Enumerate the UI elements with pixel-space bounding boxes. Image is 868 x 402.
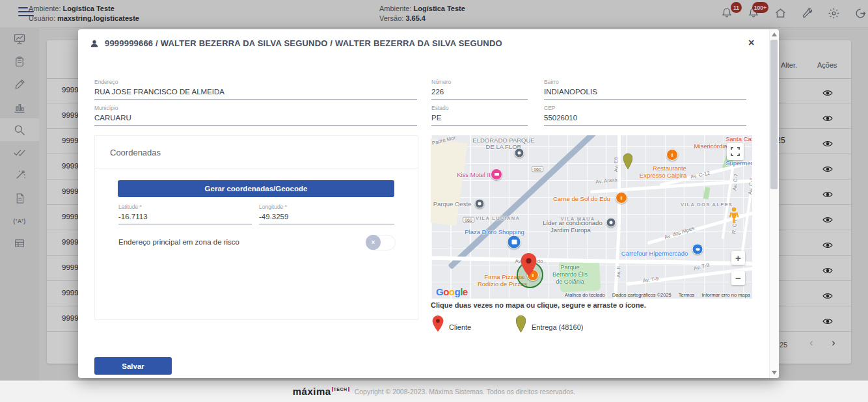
map-label: Líder ar condicionado <box>543 219 602 226</box>
attribution-link[interactable]: Dados cartográficos ©2025 <box>612 292 671 298</box>
estado-value[interactable]: PE <box>431 114 528 126</box>
pegman-street-view-icon[interactable] <box>729 207 739 224</box>
zoom-in-button[interactable]: + <box>731 251 745 265</box>
map-label: de Goiânia <box>556 278 584 285</box>
map-label: Av. C-12 <box>690 170 711 180</box>
legend-delivery-pin-icon <box>516 314 526 334</box>
map-green-patch <box>703 187 710 199</box>
longitude-field[interactable]: Longitude * -49.3259 <box>259 204 394 224</box>
municipio-field[interactable]: Município CARUARU <box>94 105 417 126</box>
map-label: Jardim Europa <box>550 226 591 234</box>
map-label: VILA LUCIANA <box>476 215 520 221</box>
map-label: Parque Oeste <box>433 200 472 208</box>
rest-poi-icon[interactable] <box>666 149 678 161</box>
attribution-link[interactable]: Atalhos do teclado <box>565 292 605 298</box>
application-window: Ambiente: Logística Teste Usuário: maxst… <box>0 0 868 402</box>
cep-field[interactable]: CEP 55026010 <box>544 105 746 126</box>
coordinates-heading: Coordenadas <box>110 148 161 157</box>
client-address-modal: 9999999666 / WALTER BEZERRA DA SILVA SEG… <box>78 29 779 378</box>
endereco-label: Endereço <box>94 79 417 85</box>
map-label: Carrefour Hipermercado <box>621 250 688 257</box>
estado-field[interactable]: Estado PE <box>431 105 528 126</box>
endereco-field[interactable]: Endereço RUA JOSE FRANCISCO DE ALMEIDA <box>94 79 417 100</box>
latitude-field[interactable]: Latitude * -16.7113 <box>118 204 252 224</box>
station-poi-icon[interactable] <box>475 199 485 209</box>
map-label: Av. E6 <box>613 157 619 172</box>
legend-client-pin-icon <box>432 315 444 332</box>
risk-zone-toggle[interactable]: × <box>366 235 396 250</box>
map-label: Av. dos Alpes <box>664 225 695 240</box>
bairro-field[interactable]: Bairro INDIANOPOLIS <box>544 79 746 100</box>
map-label: Carne de Sol do Edu <box>553 195 610 202</box>
close-icon[interactable]: × <box>748 37 754 49</box>
legend-client-label: Cliente <box>449 323 471 331</box>
bairro-label: Bairro <box>544 79 746 85</box>
map-label: Av. It <box>616 266 621 278</box>
person-icon <box>90 39 99 48</box>
numero-value[interactable]: 226 <box>431 88 528 100</box>
risk-zone-label: Endereço principal em zona de risco <box>118 238 239 246</box>
legend-delivery-label: Entrega (48160) <box>532 323 584 331</box>
map-label: Parque <box>560 264 579 271</box>
map-instruction-text: Clique duas vezes no mapa ou clique, seg… <box>431 301 646 309</box>
rest-poi-icon[interactable] <box>616 192 627 204</box>
map-terrain-patch <box>431 139 468 226</box>
maxima-tech-logo: máximaTECH <box>293 386 349 397</box>
scrollbar-thumb[interactable] <box>770 40 778 189</box>
latitude-value[interactable]: -16.7113 <box>118 213 252 224</box>
longitude-value[interactable]: -49.3259 <box>259 213 394 224</box>
map-label: Misericórdia <box>694 142 727 150</box>
cart-poi-icon[interactable] <box>692 244 703 255</box>
save-button[interactable]: Salvar <box>94 357 172 375</box>
municipio-label: Município <box>94 105 417 111</box>
route-shield-060: 060 <box>463 217 474 223</box>
latitude-label: Latitude * <box>118 204 252 210</box>
municipio-value[interactable]: CARUARU <box>94 114 417 126</box>
map-label: Restaurante <box>653 165 686 172</box>
copyright-text: Copyright © 2008-2023. Máxima Sistemas. … <box>355 388 576 395</box>
map-road <box>617 135 621 226</box>
map-legend: Cliente Entrega (48160) <box>431 315 756 342</box>
scrollbar-up-arrow-icon[interactable] <box>772 33 777 36</box>
map-label: Expresso Caipira <box>640 172 686 179</box>
map-highway-060 <box>448 135 608 269</box>
page-footer: máximaTECH Copyright © 2008-2023. Máxima… <box>0 381 868 402</box>
map-label: Plaza D'oro Shopping <box>465 228 524 235</box>
attribution-link[interactable]: Termos <box>679 292 695 298</box>
longitude-label: Longitude * <box>259 204 394 210</box>
route-shield-060: 060 <box>532 167 543 172</box>
attribution-link[interactable]: Informar erro no mapa <box>701 292 750 298</box>
numero-field[interactable]: Número 226 <box>431 79 528 100</box>
delivery-map-pin[interactable] <box>623 151 632 172</box>
google-logo: Google <box>436 286 468 297</box>
map-label: Av. T-9 <box>642 276 658 284</box>
coordinates-panel: Coordenadas Gerar coordenadas/Geocode La… <box>94 135 418 320</box>
shop-poi-icon[interactable] <box>508 235 521 249</box>
zoom-out-button[interactable]: − <box>731 271 745 285</box>
map-label: Bernardo Élis <box>552 271 588 278</box>
map-label: Santa Casa <box>726 135 752 142</box>
endereco-value[interactable]: RUA JOSE FRANCISCO DE ALMEIDA <box>94 88 417 100</box>
map-label: VILA DOS ALPES <box>681 202 733 208</box>
bairro-value[interactable]: INDIANOPOLIS <box>544 88 746 100</box>
station-poi-icon[interactable] <box>515 148 524 158</box>
estado-label: Estado <box>431 105 528 111</box>
google-map[interactable]: + − Google Atalhos do tecladoDados carto… <box>431 135 752 299</box>
generate-geocode-button[interactable]: Gerar coordenadas/Geocode <box>118 180 394 197</box>
map-label: do <box>537 258 543 264</box>
map-label: Supermer <box>726 159 752 167</box>
toggle-thumb-x-icon: × <box>366 235 381 250</box>
motel-poi-icon[interactable] <box>491 168 502 180</box>
fullscreen-icon[interactable] <box>727 143 744 160</box>
cep-label: CEP <box>544 105 746 111</box>
map-label: Av. C-7 <box>731 174 739 191</box>
cep-value[interactable]: 55026010 <box>544 114 746 126</box>
modal-title: 9999999666 / WALTER BEZERRA DA SILVA SEG… <box>105 38 502 48</box>
station-poi-icon[interactable] <box>606 218 616 228</box>
scrollbar-down-arrow-icon[interactable] <box>772 371 777 375</box>
map-label: Kiss Motel II <box>457 171 491 178</box>
map-attribution: Atalhos do tecladoDados cartográficos ©2… <box>565 292 750 298</box>
modal-scrollbar[interactable] <box>769 29 779 378</box>
client-map-pin[interactable] <box>520 253 537 276</box>
numero-label: Número <box>431 79 528 85</box>
